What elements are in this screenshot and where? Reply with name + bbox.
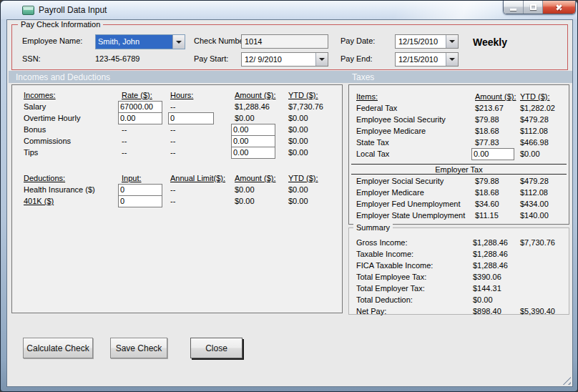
tips-amount-input[interactable] [231, 147, 275, 159]
row-label: Taxable Income: [356, 250, 473, 258]
row-label: Employer Social Security [356, 177, 475, 185]
federal-amount: $213.67 [475, 104, 520, 112]
row-label: Health Insurance ($) [24, 185, 122, 194]
hours-col-header: Hours: [170, 91, 235, 99]
empr-fed-unemp-ytd: $434.00 [520, 200, 574, 208]
row-label: Commissions [24, 137, 122, 145]
health-amount: $0.00 [235, 185, 288, 194]
amount-col-header: Amount ($): [235, 174, 288, 182]
total-empr-tax-amount: $144.31 [473, 284, 520, 293]
employee-name-value: Smith, John [96, 35, 172, 49]
row-label: Bonus [24, 125, 122, 134]
overtime-hours-input[interactable] [168, 112, 214, 124]
pay-start-label: Pay Start: [194, 54, 228, 63]
deductions-col-header: Deductions: [24, 174, 122, 182]
rate-col-header: Rate ($): [122, 91, 170, 99]
app-icon [22, 6, 34, 15]
paycheck-info-title: Pay Check Information [18, 20, 103, 29]
row-label: Federal Tax [356, 104, 475, 112]
titlebar[interactable]: Payroll Data Input [1, 1, 577, 19]
row-label: Net Pay: [356, 307, 473, 315]
row-label: State Tax [356, 138, 475, 147]
ytd-col-header: YTD ($): [288, 91, 333, 99]
chevron-down-icon[interactable] [315, 53, 328, 66]
empr-fed-unemp-amount: $34.60 [475, 200, 520, 208]
calculate-check-button[interactable]: Calculate Check [23, 338, 93, 358]
resize-grip-icon[interactable] [562, 376, 571, 385]
pay-date-label: Pay Date: [341, 36, 375, 45]
salary-amount: $1,288.46 [235, 102, 288, 111]
empr-medicare-amount: $18.68 [475, 188, 520, 197]
empr-ss-ytd: $479.28 [520, 177, 574, 185]
items-col-header: Items: [356, 92, 475, 101]
local-tax-input[interactable] [471, 148, 514, 160]
tips-hours: -- [170, 148, 235, 157]
pay-start-picker[interactable]: 12/ 9/2010 [241, 52, 328, 67]
commissions-amount-input[interactable] [231, 135, 275, 147]
health-limit: -- [170, 185, 235, 194]
payroll-window: Payroll Data Input Pay Check Information… [0, 0, 578, 392]
amount-col-header: Amount ($): [235, 91, 288, 99]
minimize-button[interactable] [504, 1, 524, 14]
chevron-down-icon[interactable] [446, 53, 458, 66]
bonus-rate: -- [122, 125, 170, 134]
k401-input[interactable] [118, 195, 162, 207]
row-label: Employer Fed Unemployment [356, 200, 475, 208]
pay-date-picker[interactable]: 12/15/2010 [395, 34, 459, 49]
state-tax-ytd: $466.98 [520, 138, 574, 147]
save-check-button[interactable]: Save Check [110, 338, 167, 358]
total-deduction-amount: $0.00 [473, 295, 520, 304]
ssn-value: 123-45-6789 [95, 54, 139, 63]
ytd-col-header: YTD ($): [288, 174, 333, 182]
row-label: Employee Medicare [356, 127, 475, 135]
chevron-down-icon[interactable] [172, 35, 185, 49]
pay-end-label: Pay End: [341, 54, 373, 63]
amount-col-header: Amount ($): [475, 92, 520, 101]
net-pay-amount: $898.40 [473, 307, 520, 315]
chevron-down-icon[interactable] [446, 35, 458, 48]
health-insurance-input[interactable] [118, 184, 162, 196]
incomes-col-header: Incomes: [24, 91, 122, 99]
employee-name-combobox[interactable]: Smith, John [95, 34, 185, 49]
salary-hours: -- [170, 102, 235, 111]
taxable-amount: $1,288.46 [473, 250, 520, 258]
empr-state-unemp-amount: $11.15 [475, 211, 520, 220]
incomes-deductions-section-title: Incomes and Deductions [16, 72, 110, 82]
empr-ss-amount: $79.88 [475, 177, 520, 185]
incomes-deductions-panel: Incomes: Rate ($): Hours: Amount ($): YT… [11, 84, 343, 313]
pay-start-value: 12/ 9/2010 [242, 53, 315, 66]
bonus-amount-input[interactable] [231, 124, 275, 136]
paycheck-info-groupbox: Pay Check Information Employee Name: Smi… [11, 24, 568, 70]
health-ytd: $0.00 [288, 185, 333, 194]
window-title: Payroll Data Input [39, 5, 107, 15]
maximize-button[interactable] [524, 1, 543, 14]
employer-tax-subheader: Employer Tax [351, 164, 567, 175]
federal-ytd: $1,282.02 [520, 104, 574, 112]
row-label: Total Employee Tax: [356, 273, 473, 281]
k401-link[interactable]: 401K ($) [24, 197, 122, 205]
close-button[interactable]: Close [190, 338, 243, 358]
salary-rate-input[interactable] [118, 101, 162, 113]
salary-ytd: $7,730.76 [288, 102, 333, 111]
check-number-field[interactable]: 1014 [241, 34, 328, 49]
pay-frequency-label: Weekly [473, 36, 507, 48]
emp-medicare-ytd: $112.08 [520, 127, 574, 135]
check-number-label: Check Number: [194, 36, 248, 45]
row-label: Local Tax [356, 150, 475, 158]
bonus-hours: -- [170, 125, 235, 134]
deductions-table: Deductions: Input: Annual Limit($): Amou… [24, 172, 333, 207]
window-controls [503, 1, 576, 14]
emp-medicare-amount: $18.68 [475, 127, 520, 135]
close-window-button[interactable] [543, 1, 575, 14]
emp-ss-ytd: $479.28 [520, 115, 574, 124]
total-emp-tax-amount: $390.06 [473, 273, 520, 281]
tips-rate: -- [122, 148, 170, 157]
tips-ytd: $0.00 [288, 148, 333, 157]
overtime-amount: $0.00 [235, 114, 288, 122]
pay-end-picker[interactable]: 12/15/2010 [395, 52, 459, 67]
taxes-panel: Items: Amount ($): YTD ($): Federal Tax … [348, 84, 569, 225]
overtime-rate-input[interactable] [118, 112, 162, 124]
local-tax-ytd: $0.00 [520, 150, 574, 158]
close-icon [555, 4, 563, 11]
fica-amount: $1,288.46 [473, 261, 520, 270]
